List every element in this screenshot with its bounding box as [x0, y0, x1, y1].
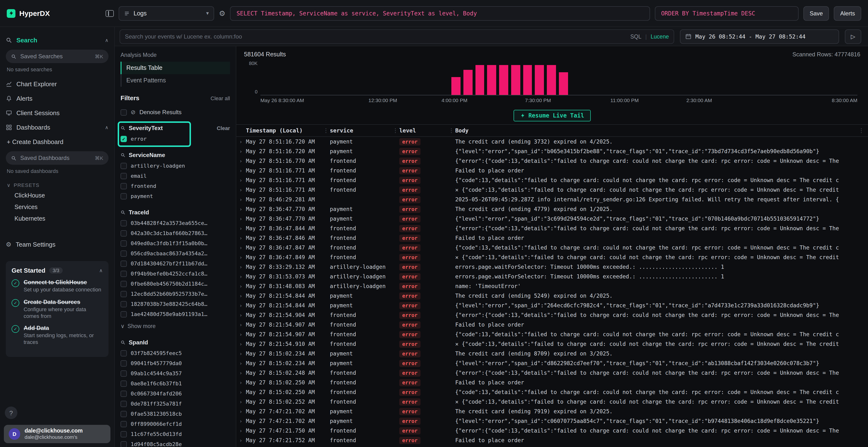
- sql-query-input[interactable]: SELECT Timestamp, ServiceName as service…: [230, 6, 650, 21]
- preset-item[interactable]: Services: [6, 201, 108, 213]
- checkbox-checked[interactable]: ✓: [121, 136, 127, 142]
- get-started-step[interactable]: ✓ Connect to ClickHouse Set up your data…: [11, 279, 103, 294]
- row-expand-chevron[interactable]: ›: [239, 312, 246, 318]
- histogram-bar[interactable]: [535, 65, 544, 95]
- column-header-service[interactable]: service: [330, 127, 392, 134]
- checkbox[interactable]: [121, 381, 127, 387]
- facet-option-error[interactable]: ✓ error: [121, 134, 230, 144]
- checkbox[interactable]: [121, 281, 127, 287]
- table-row[interactable]: › May 27 8:51:16.720 AM payment error {"…: [236, 146, 868, 156]
- row-expand-chevron[interactable]: ›: [239, 350, 246, 357]
- facet-option[interactable]: 0fbe680eb456750b2d1184c…: [121, 279, 230, 289]
- facet-option[interactable]: 07d184304627bf2f11b67dd…: [121, 259, 230, 269]
- checkbox[interactable]: [121, 311, 127, 317]
- mode-results-table[interactable]: Results Table: [121, 62, 230, 74]
- sidebar-item-client-sessions[interactable]: Client Sessions: [6, 105, 108, 120]
- mode-lucene-toggle[interactable]: Lucene: [651, 33, 669, 39]
- resume-live-tail-button[interactable]: Resume Live Tail: [513, 110, 591, 122]
- checkbox[interactable]: [121, 401, 127, 407]
- checkbox[interactable]: [121, 183, 127, 189]
- table-row[interactable]: › May 27 8:36:47.770 AM payment error {"…: [236, 214, 868, 224]
- app-logo[interactable]: HyperDX: [7, 9, 50, 18]
- checkbox[interactable]: [121, 370, 127, 377]
- facet-option[interactable]: 0c0667304fafd206: [121, 389, 230, 399]
- row-expand-chevron[interactable]: ›: [239, 177, 246, 183]
- column-resize-handle[interactable]: ⋮: [392, 127, 399, 134]
- event-search-box[interactable]: SQL | Lucene: [120, 29, 674, 44]
- table-row[interactable]: › May 27 8:31:53.073 AM artillery-loadge…: [236, 272, 868, 281]
- column-header-body[interactable]: Body: [455, 127, 858, 134]
- collapse-sidebar-icon[interactable]: [105, 10, 114, 16]
- row-expand-chevron[interactable]: ›: [239, 399, 246, 405]
- row-expand-chevron[interactable]: ›: [239, 293, 246, 299]
- facet-option[interactable]: 0ae8e1f6c6b37fb1: [121, 379, 230, 389]
- source-select[interactable]: Logs ▾: [119, 6, 214, 21]
- column-settings-icon[interactable]: ⋮: [858, 127, 864, 134]
- table-row[interactable]: › May 27 8:15:02.252 AM frontend error ✕…: [236, 397, 868, 407]
- checkbox[interactable]: [121, 173, 127, 179]
- column-header-level[interactable]: level: [399, 127, 447, 134]
- row-expand-chevron[interactable]: ›: [239, 235, 246, 241]
- column-header-timestamp[interactable]: Timestamp (Local): [246, 127, 322, 134]
- mode-sql-toggle[interactable]: SQL: [630, 33, 641, 39]
- table-row[interactable]: › May 27 8:21:54.904 AM frontend error {…: [236, 310, 868, 320]
- facet-option[interactable]: 09041fb457779da0: [121, 358, 230, 369]
- search-input[interactable]: [125, 33, 626, 40]
- table-row[interactable]: › May 27 8:46:29.281 AM error 2025-05-26…: [236, 195, 868, 204]
- help-button[interactable]: ?: [5, 407, 18, 419]
- sidebar-item-dashboards[interactable]: Dashboards ∧: [6, 120, 108, 134]
- table-row[interactable]: › May 27 8:51:16.771 AM frontend error ✕…: [236, 185, 868, 195]
- checkbox[interactable]: [121, 301, 127, 307]
- row-expand-chevron[interactable]: ›: [239, 427, 246, 434]
- saved-searches-input[interactable]: Saved Searches ⌘K: [6, 49, 108, 63]
- sidebar-item-alerts[interactable]: Alerts: [6, 91, 108, 105]
- table-row[interactable]: › May 27 8:15:02.234 AM payment error {"…: [236, 358, 868, 368]
- preset-item[interactable]: ClickHouse: [6, 190, 108, 201]
- row-expand-chevron[interactable]: ›: [239, 148, 246, 154]
- presets-toggle[interactable]: ∨ PRESETS: [6, 178, 108, 190]
- sidebar-item-search[interactable]: Search ∧: [6, 33, 108, 47]
- checkbox[interactable]: [121, 431, 127, 437]
- source-settings-gear-icon[interactable]: ⚙: [219, 10, 225, 17]
- date-range-picker[interactable]: May 26 08:52:44 - May 27 08:52:44: [680, 29, 839, 44]
- table-row[interactable]: › May 27 8:51:16.771 AM frontend error F…: [236, 166, 868, 175]
- save-button[interactable]: Save: [803, 6, 829, 21]
- facet-option[interactable]: 12ec8dd52b60b9525733b7e…: [121, 289, 230, 299]
- clear-all-link[interactable]: Clear all: [211, 95, 230, 101]
- row-expand-chevron[interactable]: ›: [239, 389, 246, 395]
- table-row[interactable]: › May 27 8:51:16.771 AM frontend error {…: [236, 175, 868, 185]
- table-row[interactable]: › May 27 7:47:21.752 AM frontend error F…: [236, 436, 868, 445]
- table-row[interactable]: › May 27 8:15:02.248 AM frontend error {…: [236, 368, 868, 378]
- checkbox[interactable]: [121, 421, 127, 427]
- checkbox[interactable]: [121, 230, 127, 237]
- user-menu[interactable]: D dale@clickhouse.com dale@clickhouse.co…: [4, 424, 111, 443]
- row-expand-chevron[interactable]: ›: [239, 225, 246, 232]
- run-query-button[interactable]: ▷: [845, 29, 861, 44]
- histogram-bar[interactable]: [475, 65, 484, 95]
- denoise-results-checkbox[interactable]: ⊘ Denoise Results: [121, 106, 230, 118]
- facet-option[interactable]: artillery-loadgen: [121, 161, 230, 171]
- row-expand-chevron[interactable]: ›: [239, 360, 246, 366]
- row-expand-chevron[interactable]: ›: [239, 187, 246, 193]
- row-expand-chevron[interactable]: ›: [239, 215, 246, 222]
- row-expand-chevron[interactable]: ›: [239, 418, 246, 424]
- facet-option[interactable]: 0f94b9befe0b4252ccfa1c8…: [121, 269, 230, 279]
- facet-option[interactable]: 042a30c3dc1baf660b27863…: [121, 228, 230, 238]
- table-row[interactable]: › May 27 8:36:47.847 AM frontend error {…: [236, 243, 868, 252]
- get-started-step[interactable]: ✓ Create Data Sources Configure where yo…: [11, 299, 103, 319]
- row-expand-chevron[interactable]: ›: [239, 138, 246, 145]
- row-expand-chevron[interactable]: ›: [239, 244, 246, 251]
- table-row[interactable]: › May 27 8:21:54.844 AM payment error Th…: [236, 291, 868, 301]
- saved-dashboards-input[interactable]: Saved Dashboards ⌘K: [6, 151, 108, 165]
- row-expand-chevron[interactable]: ›: [239, 196, 246, 203]
- chevron-up-icon[interactable]: ∧: [105, 125, 108, 130]
- histogram-plot[interactable]: [260, 63, 858, 95]
- histogram-bar[interactable]: [559, 72, 568, 95]
- facet-clear-link[interactable]: Clear: [217, 125, 230, 131]
- facet-option[interactable]: frontend: [121, 181, 230, 191]
- checkbox[interactable]: [121, 411, 127, 417]
- row-expand-chevron[interactable]: ›: [239, 302, 246, 309]
- alerts-button[interactable]: Alerts: [834, 6, 861, 21]
- row-expand-chevron[interactable]: ›: [239, 341, 246, 347]
- facet-option[interactable]: 0de781ff325a781f: [121, 399, 230, 409]
